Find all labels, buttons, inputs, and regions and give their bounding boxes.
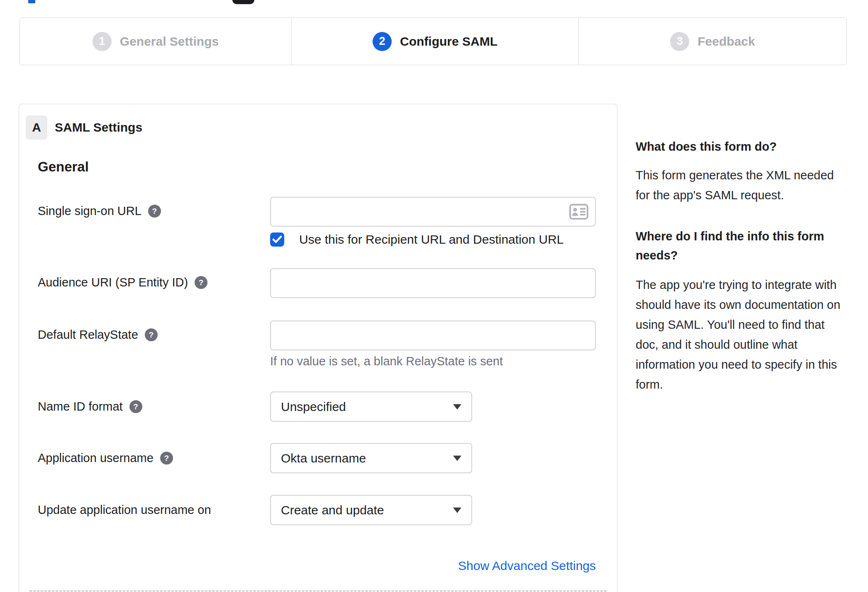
name-id-format-label: Name ID format ? (38, 400, 142, 413)
field-label-text: Default RelayState (38, 328, 138, 342)
select-value: Okta username (281, 451, 366, 465)
caret-down-icon (453, 507, 461, 513)
help-icon[interactable]: ? (129, 400, 142, 413)
help-sidebar: What does this form do? This form genera… (636, 137, 848, 394)
application-username-label: Application username ? (38, 451, 173, 465)
step-number-badge: 3 (670, 32, 689, 51)
recipient-url-checkbox[interactable] (270, 232, 284, 247)
update-username-on-label: Update application username on (38, 503, 211, 517)
cutoff-dark-fragment (232, 0, 254, 4)
help-answer-1: This form generates the XML needed for t… (636, 165, 848, 205)
application-username-select[interactable]: Okta username (270, 443, 472, 473)
default-relaystate-label: Default RelayState ? (38, 328, 158, 342)
help-question-1: What does this form do? (636, 137, 848, 156)
saml-settings-panel: A SAML Settings General Single sign-on U… (19, 104, 617, 592)
caret-down-icon (453, 404, 461, 409)
name-id-format-select[interactable]: Unspecified (270, 391, 472, 422)
show-advanced-settings-link[interactable]: Show Advanced Settings (270, 559, 596, 573)
step-general-settings[interactable]: 1 General Settings (20, 18, 291, 65)
help-icon[interactable]: ? (145, 328, 158, 341)
checkmark-icon (272, 235, 282, 244)
field-label-text: Application username (38, 451, 154, 465)
audience-uri-label: Audience URI (SP Entity ID) ? (38, 276, 207, 289)
general-section-heading: General (38, 159, 89, 175)
wizard-stepper: 1 General Settings 2 Configure SAML 3 Fe… (20, 17, 847, 65)
field-label-text: Update application username on (38, 503, 211, 517)
help-question-2: Where do I find the info this form needs… (636, 227, 848, 265)
address-card-icon[interactable] (569, 204, 588, 220)
step-label: General Settings (120, 34, 219, 49)
recipient-url-checkbox-row: Use this for Recipient URL and Destinati… (270, 232, 564, 247)
step-number-badge: 1 (93, 32, 112, 51)
field-label-text: Single sign-on URL (38, 204, 141, 218)
section-letter-badge: A (26, 115, 47, 139)
field-label-text: Audience URI (SP Entity ID) (38, 276, 188, 289)
select-value: Create and update (281, 503, 384, 517)
help-icon[interactable]: ? (195, 276, 207, 289)
audience-uri-input[interactable] (270, 268, 596, 298)
step-feedback[interactable]: 3 Feedback (578, 18, 846, 65)
recipient-url-checkbox-label[interactable]: Use this for Recipient URL and Destinati… (299, 232, 564, 247)
help-answer-2: The app you're trying to integrate with … (636, 275, 848, 394)
panel-title: SAML Settings (55, 115, 142, 139)
select-value: Unspecified (281, 400, 346, 414)
step-label: Feedback (697, 34, 755, 49)
relaystate-helper-text: If no value is set, a blank RelayState i… (270, 355, 503, 368)
default-relaystate-input[interactable] (270, 320, 596, 350)
section-divider-dashed (29, 590, 607, 592)
single-sign-on-url-label: Single sign-on URL ? (38, 204, 161, 218)
field-label-text: Name ID format (38, 400, 123, 413)
cutoff-blue-fragment (28, 0, 35, 3)
help-icon[interactable]: ? (160, 452, 173, 465)
step-configure-saml[interactable]: 2 Configure SAML (291, 18, 578, 65)
single-sign-on-url-field-wrap (270, 197, 596, 227)
step-number-badge: 2 (373, 32, 392, 51)
help-icon[interactable]: ? (148, 205, 161, 218)
step-label: Configure SAML (400, 34, 497, 49)
single-sign-on-url-input[interactable] (270, 197, 596, 227)
caret-down-icon (453, 455, 461, 461)
update-username-on-select[interactable]: Create and update (270, 495, 472, 525)
